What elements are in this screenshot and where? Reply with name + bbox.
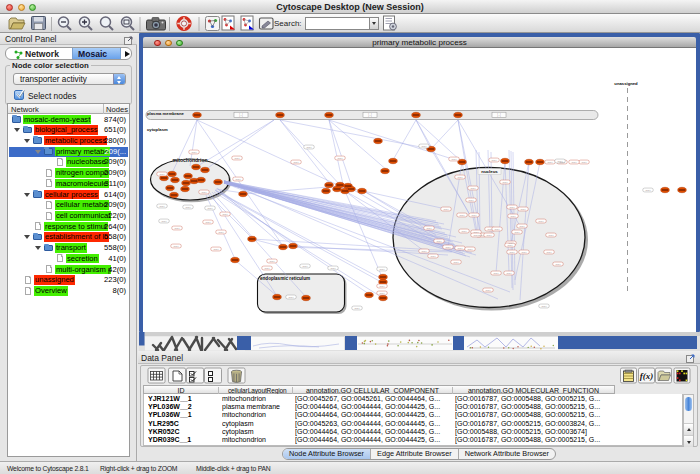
svg-text:GO:t: GO:t — [582, 161, 587, 163]
svg-text:GO:t: GO:t — [422, 145, 427, 147]
svg-text:GO:t: GO:t — [175, 227, 180, 229]
svg-text:GO:t: GO:t — [446, 246, 451, 248]
svg-text:GO:t: GO:t — [289, 296, 294, 298]
svg-text:GO:t: GO:t — [522, 251, 527, 253]
svg-text:GO:t: GO:t — [206, 221, 211, 223]
svg-text:GO:t: GO:t — [488, 228, 493, 230]
svg-text:GO:t: GO:t — [270, 260, 275, 262]
svg-text:GO:t: GO:t — [458, 176, 463, 178]
svg-text:GO:t: GO:t — [468, 248, 473, 250]
svg-text:cytoplasm: cytoplasm — [147, 127, 168, 132]
svg-text:GO:t: GO:t — [520, 225, 525, 227]
svg-text:GO:t: GO:t — [265, 267, 270, 269]
svg-text:plasma membrane: plasma membrane — [147, 111, 184, 116]
svg-text:GO:t: GO:t — [192, 151, 197, 153]
svg-text:GO:t: GO:t — [549, 234, 554, 236]
svg-text:GO:t: GO:t — [558, 160, 563, 162]
svg-text:GO:t: GO:t — [539, 220, 544, 222]
svg-text:GO:t: GO:t — [303, 265, 308, 267]
svg-text:GO:t: GO:t — [462, 230, 467, 232]
svg-text:mitochondrion: mitochondrion — [173, 157, 208, 163]
svg-text:GO:t: GO:t — [444, 208, 449, 210]
svg-text:GO:t: GO:t — [508, 244, 513, 246]
svg-text:GO:t: GO:t — [338, 157, 343, 159]
svg-text:GO:t: GO:t — [223, 213, 228, 215]
svg-text:GO:t: GO:t — [307, 146, 312, 148]
svg-text:[...]: [...] — [497, 113, 501, 117]
svg-text:GO:t: GO:t — [355, 307, 360, 309]
svg-text:GO:t: GO:t — [521, 208, 526, 210]
svg-text:GO:t: GO:t — [331, 267, 336, 269]
svg-text:GO:t: GO:t — [486, 289, 491, 291]
svg-text:nucleus: nucleus — [481, 169, 498, 174]
svg-text:GO:t: GO:t — [472, 214, 477, 216]
svg-text:GO:t: GO:t — [474, 234, 479, 236]
svg-text:[...]: [...] — [368, 113, 372, 117]
svg-text:GO:t: GO:t — [235, 157, 240, 159]
svg-text:GO:t: GO:t — [219, 231, 224, 233]
svg-text:GO:t: GO:t — [542, 305, 547, 307]
svg-text:GO:t: GO:t — [572, 161, 577, 163]
svg-text:GO:t: GO:t — [458, 247, 463, 249]
svg-text:GO:t: GO:t — [474, 231, 479, 233]
svg-text:GO:t: GO:t — [162, 220, 167, 222]
svg-text:GO:t: GO:t — [507, 272, 512, 274]
svg-text:GO:t: GO:t — [510, 206, 515, 208]
svg-text:GO:t: GO:t — [380, 292, 385, 294]
svg-text:GO:t: GO:t — [160, 205, 165, 207]
svg-text:GO:t: GO:t — [547, 251, 552, 253]
svg-text:GO:t: GO:t — [460, 214, 465, 216]
svg-text:GO:t: GO:t — [492, 159, 497, 161]
svg-text:GO:t: GO:t — [495, 228, 500, 230]
svg-text:GO:t: GO:t — [479, 234, 484, 236]
svg-text:GO:t: GO:t — [515, 231, 520, 233]
svg-text:GO:t: GO:t — [487, 234, 492, 236]
svg-text:GO:t: GO:t — [471, 187, 476, 189]
svg-text:GO:t: GO:t — [503, 181, 508, 183]
svg-text:unassigned: unassigned — [614, 81, 638, 86]
svg-text:f(x): f(x) — [640, 371, 654, 381]
svg-text:GO:t: GO:t — [494, 272, 499, 274]
svg-text:GO:t: GO:t — [202, 191, 207, 193]
svg-text:GO:t: GO:t — [510, 251, 515, 253]
svg-text:GO:t: GO:t — [548, 161, 553, 163]
svg-text:GO:t: GO:t — [186, 206, 191, 208]
svg-text:GO:t: GO:t — [236, 178, 241, 180]
svg-text:GO:t: GO:t — [160, 173, 165, 175]
svg-text:GO:t: GO:t — [437, 240, 442, 242]
svg-text:GO:t: GO:t — [380, 285, 385, 287]
svg-text:GO:t: GO:t — [208, 207, 213, 209]
svg-text:GO:t: GO:t — [469, 199, 474, 201]
svg-text:GO:t: GO:t — [427, 227, 432, 229]
svg-text:GO:t: GO:t — [511, 215, 516, 217]
svg-text:GO:t: GO:t — [422, 250, 427, 252]
svg-text:GO:t: GO:t — [380, 268, 385, 270]
svg-text:GO:t: GO:t — [431, 255, 436, 257]
svg-text:GO:t: GO:t — [294, 161, 299, 163]
svg-text:GO:t: GO:t — [556, 263, 561, 265]
svg-text:GO:t: GO:t — [454, 261, 459, 263]
svg-text:endoplasmic reticulum: endoplasmic reticulum — [260, 276, 310, 281]
svg-text:GO:t: GO:t — [452, 158, 457, 160]
svg-text:[...]: [...] — [239, 113, 243, 117]
svg-text:GO:t: GO:t — [214, 248, 219, 250]
svg-text:GO:t: GO:t — [174, 245, 179, 247]
svg-text:GO:t: GO:t — [646, 189, 651, 191]
